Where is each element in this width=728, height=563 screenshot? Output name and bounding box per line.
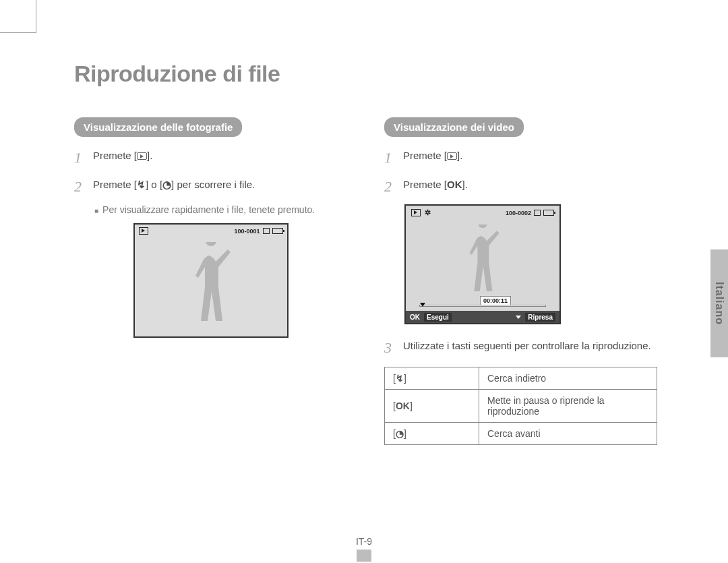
step-number: 2 — [384, 175, 396, 198]
down-triangle-icon — [516, 316, 521, 319]
playback-icon — [137, 152, 147, 160]
photo-lcd-preview: 100-0001 — [133, 223, 289, 338]
key-cell: [◔] — [385, 423, 479, 445]
videos-step-2: 2 Premete [OK]. — [384, 175, 657, 198]
desc-cell: Cerca avanti — [479, 423, 657, 445]
playback-icon — [447, 152, 457, 160]
controls-table: [↯] Cerca indietro [OK] Mette in pausa o… — [384, 367, 657, 445]
videos-step-1: 1 Premete []. — [384, 146, 657, 169]
battery-icon — [543, 210, 554, 216]
ok-button-label: OK — [447, 179, 462, 190]
playback-mode-icon — [411, 209, 421, 216]
key-cell: [OK] — [385, 390, 479, 423]
softkey-ok-icon: OK — [410, 314, 420, 321]
step-number: 1 — [74, 146, 86, 169]
key-cell: [↯] — [385, 367, 479, 390]
photos-step-2: 2 Premete [↯] o [◔] per scorrere i file. — [74, 175, 347, 198]
desc-cell: Mette in pausa o riprende la riproduzion… — [479, 390, 657, 423]
page-number-bar — [357, 550, 371, 562]
lcd-mem-icon — [534, 210, 541, 216]
videos-step-3: 3 Utilizzate i tasti seguenti per contro… — [384, 336, 657, 359]
bullet-icon: ■ — [94, 207, 98, 214]
video-lcd-preview: ✲ 100-0002 00:00:11 — [404, 204, 561, 324]
table-row: [◔] Cerca avanti — [385, 423, 657, 445]
photos-section: Visualizzazione delle fotografie 1 Preme… — [74, 117, 347, 445]
page-content: Riproduzione di file Visualizzazione del… — [74, 61, 661, 445]
lcd-file-number: 100-0001 — [234, 228, 260, 235]
figure-silhouette — [459, 225, 506, 299]
battery-icon — [272, 228, 283, 234]
table-row: [↯] Cerca indietro — [385, 367, 657, 390]
desc-cell: Cerca indietro — [479, 367, 657, 390]
photos-sub-note: ■Per visualizzare rapidamente i file, te… — [94, 204, 347, 215]
photos-step-1: 1 Premete []. — [74, 146, 347, 169]
videos-section: Visualizzazione dei video 1 Premete []. … — [384, 117, 657, 445]
crop-mark-vertical — [36, 0, 36, 32]
step-number: 3 — [384, 336, 396, 359]
softkey-right-label: Ripresa — [525, 313, 555, 322]
progress-track — [419, 305, 546, 307]
flash-icon: ↯ — [396, 373, 404, 384]
page-number: IT-9 — [356, 536, 372, 547]
lcd-file-number: 100-0002 — [506, 210, 531, 216]
playback-mode-icon — [139, 227, 148, 235]
photos-heading: Visualizzazione delle fotografie — [74, 117, 242, 137]
video-timestamp: 00:00:11 — [480, 296, 511, 305]
language-tab: Italiano — [710, 249, 728, 357]
crop-mark-horizontal — [0, 32, 36, 33]
progress-knob — [420, 303, 425, 307]
lcd-mem-icon — [263, 228, 270, 234]
flag-icon: ✲ — [425, 208, 431, 217]
softkey-bar: OK Esegui Ripresa — [406, 311, 559, 323]
figure-silhouette — [184, 242, 238, 330]
timer-icon: ◔ — [396, 428, 404, 439]
flash-icon: ↯ — [137, 179, 146, 190]
timer-icon: ◔ — [162, 177, 171, 193]
ok-button-label: OK — [396, 401, 410, 411]
step-number: 1 — [384, 146, 396, 169]
step-number: 2 — [74, 175, 86, 198]
videos-heading: Visualizzazione dei video — [384, 117, 524, 137]
table-row: [OK] Mette in pausa o riprende la riprod… — [385, 390, 657, 423]
language-label: Italiano — [713, 282, 725, 325]
softkey-left-label: Esegui — [424, 313, 452, 322]
page-title: Riproduzione di file — [74, 61, 661, 87]
